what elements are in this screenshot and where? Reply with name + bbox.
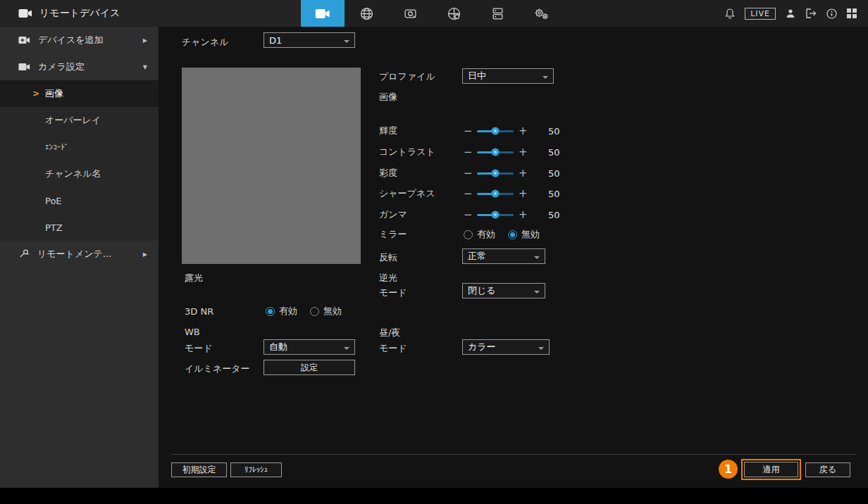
saturation-slider[interactable] <box>477 172 514 175</box>
flip-dropdown[interactable]: 正常 <box>462 248 545 264</box>
channel-dropdown[interactable]: D1 <box>264 32 355 48</box>
mirror-disable-label: 無効 <box>521 228 540 241</box>
slider-handle[interactable] <box>492 149 500 156</box>
sidebar-item-label: PoE <box>45 196 62 206</box>
wb-mode-dropdown[interactable]: 自動 <box>264 339 355 355</box>
dropdown-caret-icon <box>344 347 349 353</box>
image-section-label: 画像 <box>379 91 397 103</box>
sidebar-item-label: ｴﾝｺｰﾄﾞ <box>45 143 68 152</box>
sidebar-item-ptz[interactable]: PTZ <box>0 214 159 241</box>
brightness-slider[interactable] <box>477 130 514 132</box>
tab-settings[interactable] <box>519 0 563 27</box>
chevron-right-icon: ▶ <box>143 37 147 44</box>
dnr-disable-radio[interactable] <box>310 307 319 316</box>
plus-stepper[interactable]: + <box>519 167 527 179</box>
sidebar-item-image[interactable]: > 画像 <box>0 80 159 107</box>
tab-host[interactable] <box>476 0 519 27</box>
sidebar-item-camera-settings[interactable]: カメラ設定 ▼ <box>0 53 159 80</box>
maintenance-icon <box>18 249 30 259</box>
camera-icon <box>18 63 30 71</box>
sharpness-slider[interactable] <box>477 193 514 195</box>
brightness-slider-row: 輝度 − + 50 <box>379 124 560 138</box>
info-icon[interactable] <box>826 8 837 19</box>
grid-icon[interactable] <box>847 8 857 18</box>
refresh-button[interactable]: ﾘﾌﾚｯｼｭ <box>230 462 282 477</box>
plus-stepper[interactable]: + <box>519 187 527 200</box>
dropdown-caret-icon <box>534 256 540 262</box>
sidebar-item-overlay[interactable]: オーバーレイ <box>0 107 159 134</box>
footer-divider <box>171 454 855 455</box>
illuminator-setting-button[interactable]: 設定 <box>264 360 355 375</box>
sidebar-item-label: リモートメンテ... <box>37 248 143 260</box>
minus-stepper[interactable]: − <box>464 146 472 158</box>
sidebar-item-poe[interactable]: PoE <box>0 187 159 214</box>
nvr-settings-screen: リモートデバイス <box>0 0 868 504</box>
slider-handle[interactable] <box>492 170 500 177</box>
sidebar-item-remote-maintenance[interactable]: リモートメンテ... ▶ <box>0 241 159 267</box>
gamma-label: ガンマ <box>379 208 464 221</box>
minus-stepper[interactable]: − <box>464 167 472 179</box>
wb-label: WB <box>185 327 200 337</box>
dropdown-caret-icon <box>534 291 540 296</box>
dnr-label: 3D NR <box>185 306 266 317</box>
tab-remote-device[interactable] <box>301 0 345 27</box>
backlight-mode-dropdown[interactable]: 閉じる <box>462 283 545 298</box>
sidebar-item-add-device[interactable]: デバイスを追加 ▶ <box>0 27 159 53</box>
tab-storage[interactable] <box>388 0 432 27</box>
image-settings-panel: チャンネル D1 露光 3D NR 有効 無効 WB モード 自動 イルミネータ… <box>159 27 868 488</box>
host-server-icon <box>491 7 504 20</box>
contrast-slider[interactable] <box>477 151 514 153</box>
back-button[interactable]: 戻る <box>805 462 850 477</box>
slider-handle[interactable] <box>492 211 500 219</box>
network-globe-icon <box>360 7 373 20</box>
user-icon[interactable] <box>786 8 795 18</box>
default-button[interactable]: 初期設定 <box>171 462 227 477</box>
storage-disk-icon <box>404 7 417 20</box>
plus-stepper[interactable]: + <box>519 208 527 221</box>
profile-dropdown[interactable]: 日中 <box>462 68 554 84</box>
exposure-label: 露光 <box>185 272 203 284</box>
wb-mode-value: 自動 <box>269 341 287 353</box>
daynight-mode-dropdown[interactable]: カラー <box>462 339 550 355</box>
mirror-disable-radio[interactable] <box>508 230 517 239</box>
dropdown-caret-icon <box>344 40 349 46</box>
logout-icon[interactable] <box>805 8 817 18</box>
contrast-value: 50 <box>548 147 560 158</box>
dropdown-caret-icon <box>542 76 548 82</box>
wb-mode-label: モード <box>185 342 213 355</box>
sidebar-item-channel-name[interactable]: チャンネル名 <box>0 160 159 187</box>
live-button[interactable]: LIVE <box>745 8 776 20</box>
brightness-label: 輝度 <box>379 125 464 137</box>
sidebar-item-encode[interactable]: ｴﾝｺｰﾄﾞ <box>0 134 159 160</box>
slider-handle[interactable] <box>492 127 500 135</box>
backlight-mode-value: 閉じる <box>468 284 496 297</box>
backlight-mode-label: モード <box>379 286 407 299</box>
tab-network[interactable] <box>345 0 388 27</box>
mirror-enable-label: 有効 <box>477 228 495 241</box>
apply-button[interactable]: 適用 <box>744 462 798 477</box>
tab-system[interactable] <box>432 0 476 27</box>
plus-stepper[interactable]: + <box>519 125 527 137</box>
slider-handle[interactable] <box>492 190 500 198</box>
channel-dropdown-value: D1 <box>269 35 282 46</box>
sharpness-slider-row: シャープネス − + 50 <box>379 187 560 201</box>
sharpness-value: 50 <box>548 189 560 199</box>
minus-stepper[interactable]: − <box>464 187 472 200</box>
contrast-label: コントラスト <box>379 146 464 158</box>
plus-stepper[interactable]: + <box>519 146 527 158</box>
flip-value: 正常 <box>468 250 486 263</box>
sidebar-item-label: 画像 <box>45 87 63 100</box>
dnr-row: 3D NR 有効 無効 <box>185 305 342 317</box>
daynight-label: 昼/夜 <box>379 327 400 339</box>
gamma-value: 50 <box>548 210 560 220</box>
alarm-bell-icon[interactable] <box>725 8 735 19</box>
profile-value: 日中 <box>468 70 486 82</box>
system-globe-icon <box>447 7 461 20</box>
daynight-mode-label: モード <box>379 342 407 355</box>
dnr-enable-radio[interactable] <box>266 307 275 316</box>
minus-stepper[interactable]: − <box>464 208 472 221</box>
mirror-enable-radio[interactable] <box>464 230 473 239</box>
selected-arrow-icon: > <box>32 89 39 99</box>
minus-stepper[interactable]: − <box>464 125 472 137</box>
gamma-slider[interactable] <box>477 214 514 216</box>
